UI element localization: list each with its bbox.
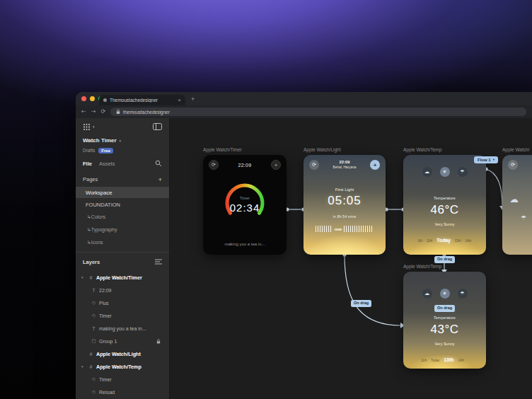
day-tick[interactable]: Today [431,359,439,362]
search-icon[interactable] [155,160,162,167]
frame-title-temp2[interactable]: Apple Watch/Temp [403,264,441,269]
reload-icon[interactable]: ⟳ [100,109,105,115]
file-name-menu[interactable]: Watch Timer ▾ [76,135,169,146]
cloud-icon[interactable]: ☁ [422,167,432,177]
tab-close-icon[interactable]: × [178,98,181,103]
frame-apple-watch-timer[interactable]: ⟳ 22:09 + [203,155,287,255]
day-tick[interactable]: 14th [458,359,464,362]
day-tick[interactable]: 14th [466,239,472,243]
panel-tabs: File Assets [76,155,169,172]
lock-icon [116,109,120,115]
now-label: now [335,227,342,231]
add-icon[interactable]: + [370,160,380,170]
condition-label: Very Sunny [403,342,486,346]
layer-row[interactable]: ▢ Group 1 [76,335,169,347]
layer-row[interactable]: ▾ # Apple Watch/Timer [76,271,169,284]
lock-icon[interactable] [156,339,161,344]
layers-header: Layers [76,255,169,269]
day-tick[interactable]: 11th [421,359,427,362]
day-timeline[interactable]: 11th Today 13th 14th [403,357,486,362]
tab-file[interactable]: File [83,161,92,167]
project-location[interactable]: Drafts Free [76,146,169,155]
layer-row[interactable]: ◇ Timer [76,309,169,322]
browser-tab-strip: Themoustachedesigner × + [76,92,532,105]
free-badge: Free [98,148,113,154]
tab-title: Themoustachedesigner [110,98,175,103]
flow-badge[interactable]: Flow 1 ▾ [474,156,498,163]
interaction-badge[interactable]: On drag [434,305,455,312]
frame-title-light[interactable]: Apple Watch/Light [303,147,341,152]
tab-assets[interactable]: Assets [99,161,115,167]
day-tick[interactable]: 0th [418,239,422,243]
address-bar[interactable]: themoustachedesigner [110,108,526,116]
frame-apple-watch-light[interactable]: ⟳ 22:09 Behal, Haryana + First Light 05:… [303,155,386,255]
weather-mode-row: ☁ ☀ ☂ [403,167,486,177]
add-time-icon[interactable]: + [271,160,281,170]
toggle-sidebar-icon[interactable] [153,123,162,130]
layer-label: Timer [99,377,112,382]
flow-badge-label: Flow 1 [478,158,491,162]
design-app: ▾ Watch Timer ▾ Drafts Free File As [76,118,532,399]
add-page-icon[interactable]: + [158,176,162,183]
condition-label: Very Sunny [403,222,486,226]
refresh-icon[interactable]: ⟳ [309,160,319,170]
layer-row[interactable]: T 22:09 [76,284,169,296]
back-icon[interactable]: ← [81,109,86,115]
layer-row[interactable]: ◇ Reload [76,386,169,398]
light-scrubber[interactable]: now [303,226,386,232]
day-tick[interactable]: 13th [455,239,461,243]
sidebar-toolbar: ▾ [76,118,169,135]
interaction-badge[interactable]: On drag [434,256,455,263]
layer-label: Group 1 [99,339,117,344]
day-tick-active[interactable]: Today [436,238,451,243]
cloud-icon[interactable]: ☁ [422,289,432,299]
forward-icon[interactable]: → [91,109,96,115]
text-icon: T [91,288,96,293]
layer-label: Apple Watch/Temp [96,364,141,370]
interaction-badge[interactable]: On drag [351,300,371,307]
tab-favicon [103,98,107,102]
frame-title-partial[interactable]: Apple Watch/ [502,147,529,152]
layer-row[interactable]: ◇ Timer [76,373,169,386]
rain-icon[interactable]: ☂ [458,167,468,177]
watch-top-bar: ⟳ 22:09 + [209,160,281,170]
day-timeline[interactable]: 0th 11th Today 13th 14th [403,238,486,243]
layer-options-icon[interactable] [155,259,162,265]
day-tick-active[interactable]: 13th [444,357,453,362]
frame-apple-watch-temp-2[interactable]: ☁ ☀ ☂ Temperature 43°C Very Sunny 11th T… [403,272,486,369]
location-label: Behal, Haryana [332,166,356,170]
pages-label: Pages [83,176,98,183]
minimize-window-button[interactable] [90,96,95,101]
layer-row[interactable]: T making you a tea in... [76,322,169,335]
layer-row[interactable]: ◇ Plus [76,296,169,309]
drafts-label: Drafts [83,148,95,153]
frame-title-timer[interactable]: Apple Watch/Timer [203,147,242,152]
design-canvas[interactable]: Apple Watch/Timer ⟳ 22:09 + [170,118,532,399]
refresh-icon[interactable]: ⟳ [508,160,518,170]
page-item-icons[interactable]: ↳Icons [76,236,169,249]
rain-icon[interactable]: ☂ [458,289,468,299]
day-tick[interactable]: 11th [427,239,432,243]
page-item-typography[interactable]: ↳Typography [76,224,169,236]
frame-apple-watch-partial[interactable]: ⟳ ☁ ☂ [502,155,532,255]
layer-row[interactable]: # Apple Watch/Light [76,347,169,360]
page-item-colors[interactable]: ↳Colors [76,211,169,224]
page-item-workspace[interactable]: Workspace [76,187,169,198]
time-location: 22:09 Behal, Haryana [332,160,356,169]
sun-icon[interactable]: ☀ [440,289,450,299]
new-tab-button[interactable]: + [191,96,195,103]
chevron-down-icon: ▾ [120,139,122,143]
frame-title-temp[interactable]: Apple Watch/Temp [403,147,441,152]
layer-row[interactable]: ▾ # Apple Watch/Temp [76,360,169,373]
sun-icon[interactable]: ☀ [440,167,450,177]
page-item-foundation[interactable]: FOUNDATION [76,198,169,211]
expand-caret-icon[interactable]: ▾ [81,364,86,369]
main-menu-icon[interactable] [83,123,91,131]
restart-timer-icon[interactable]: ⟳ [209,160,219,170]
browser-tab[interactable]: Themoustachedesigner × [99,95,185,105]
expand-caret-icon[interactable]: ▾ [81,275,86,279]
frame-apple-watch-temp[interactable]: ☁ ☀ ☂ Temperature 46°C Very Sunny 0th 11… [403,155,486,255]
shape-icon: ◇ [91,376,96,382]
first-light-label: First Light [303,187,386,192]
close-window-button[interactable] [81,96,86,101]
